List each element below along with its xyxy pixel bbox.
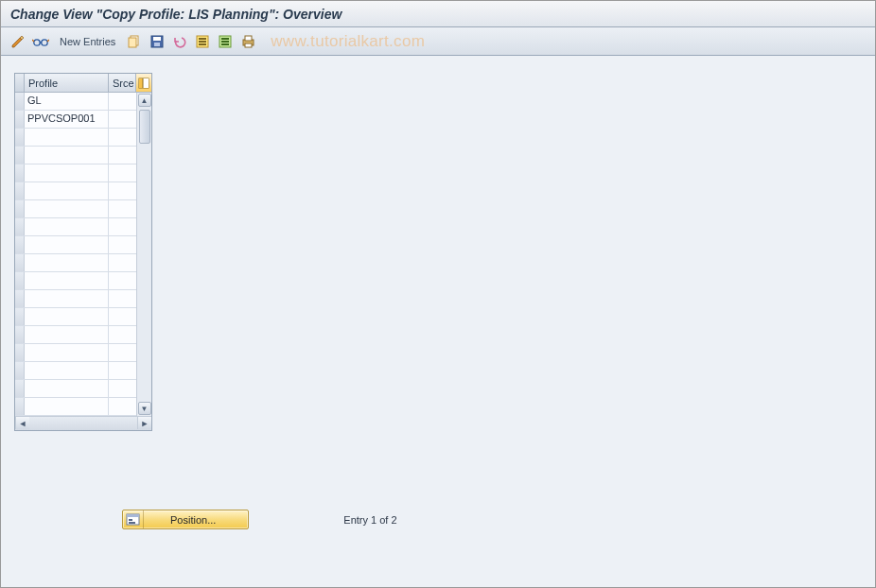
row-selector[interactable] bbox=[15, 308, 25, 325]
table-row[interactable] bbox=[15, 254, 136, 272]
cell-srce[interactable] bbox=[109, 147, 136, 164]
glasses-icon[interactable] bbox=[31, 32, 50, 51]
cell-srce[interactable] bbox=[109, 326, 136, 343]
table-row[interactable] bbox=[15, 200, 136, 218]
cell-profile[interactable] bbox=[25, 308, 109, 325]
cell-srce[interactable] bbox=[109, 182, 136, 199]
save-var-icon[interactable] bbox=[148, 32, 166, 51]
print-icon[interactable] bbox=[238, 32, 257, 51]
cell-profile[interactable] bbox=[25, 290, 109, 307]
application-toolbar: New Entries www.tutorialkart.com bbox=[1, 27, 875, 56]
row-selector[interactable] bbox=[15, 218, 25, 235]
column-profile[interactable]: Profile bbox=[25, 74, 109, 92]
row-selector[interactable] bbox=[15, 290, 25, 307]
change-icon[interactable] bbox=[9, 32, 27, 51]
cell-profile[interactable] bbox=[25, 344, 109, 361]
table-row[interactable]: GL bbox=[15, 93, 136, 111]
row-selector[interactable] bbox=[15, 362, 25, 379]
cell-profile[interactable] bbox=[25, 380, 109, 397]
hscroll-track[interactable] bbox=[29, 417, 137, 430]
table-row[interactable] bbox=[15, 326, 136, 344]
select-all-header[interactable] bbox=[15, 74, 25, 92]
svg-rect-6 bbox=[154, 43, 160, 46]
configure-columns-icon[interactable] bbox=[136, 74, 151, 92]
table-row[interactable] bbox=[15, 362, 136, 380]
table-row[interactable] bbox=[15, 272, 136, 290]
row-selector[interactable] bbox=[15, 111, 25, 128]
cell-srce[interactable] bbox=[109, 398, 136, 415]
profile-grid[interactable]: Profile Srce GLPPVCSOP001 ▲ ▼ ◄ ► bbox=[14, 73, 152, 431]
cell-profile[interactable] bbox=[25, 147, 109, 164]
cell-srce[interactable] bbox=[109, 93, 136, 110]
table-row[interactable] bbox=[15, 344, 136, 362]
vertical-scrollbar[interactable]: ▲ ▼ bbox=[136, 93, 151, 416]
cell-srce[interactable] bbox=[109, 254, 136, 271]
table-row[interactable]: PPVCSOP001 bbox=[15, 111, 136, 129]
cell-srce[interactable] bbox=[109, 218, 136, 235]
cell-srce[interactable] bbox=[109, 111, 136, 128]
cell-profile[interactable]: PPVCSOP001 bbox=[25, 111, 109, 128]
row-selector[interactable] bbox=[15, 147, 25, 164]
cell-profile[interactable] bbox=[25, 129, 109, 146]
row-selector[interactable] bbox=[15, 380, 25, 397]
column-srce[interactable]: Srce bbox=[109, 74, 136, 92]
cell-profile[interactable] bbox=[25, 398, 109, 415]
row-selector[interactable] bbox=[15, 129, 25, 146]
cell-profile[interactable] bbox=[25, 182, 109, 199]
row-selector[interactable] bbox=[15, 164, 25, 182]
svg-rect-14 bbox=[221, 43, 229, 45]
scroll-up-icon[interactable]: ▲ bbox=[138, 94, 151, 107]
table-row[interactable] bbox=[15, 398, 136, 416]
svg-rect-3 bbox=[129, 38, 136, 47]
cell-srce[interactable] bbox=[109, 236, 136, 253]
row-selector[interactable] bbox=[15, 236, 25, 253]
table-row[interactable] bbox=[15, 218, 136, 236]
cell-profile[interactable] bbox=[25, 200, 109, 217]
copy-icon[interactable] bbox=[125, 32, 144, 51]
table-row[interactable] bbox=[15, 164, 136, 182]
table-row[interactable] bbox=[15, 290, 136, 308]
scroll-thumb[interactable] bbox=[139, 110, 150, 144]
scroll-down-icon[interactable]: ▼ bbox=[138, 402, 151, 415]
row-selector[interactable] bbox=[15, 326, 25, 343]
cell-srce[interactable] bbox=[109, 362, 136, 379]
undo-icon[interactable] bbox=[170, 32, 189, 51]
table-row[interactable] bbox=[15, 380, 136, 398]
table-row[interactable] bbox=[15, 147, 136, 164]
cell-srce[interactable] bbox=[109, 272, 136, 289]
cell-srce[interactable] bbox=[109, 308, 136, 325]
cell-profile[interactable] bbox=[25, 254, 109, 271]
scroll-left-icon[interactable]: ◄ bbox=[15, 417, 29, 429]
cell-profile[interactable] bbox=[25, 326, 109, 343]
cell-profile[interactable] bbox=[25, 218, 109, 235]
cell-srce[interactable] bbox=[109, 380, 136, 397]
row-selector[interactable] bbox=[15, 200, 25, 217]
cell-srce[interactable] bbox=[109, 164, 136, 182]
cell-profile[interactable] bbox=[25, 362, 109, 379]
table-row[interactable] bbox=[15, 308, 136, 326]
select-all-icon[interactable] bbox=[193, 32, 212, 51]
row-selector[interactable] bbox=[15, 272, 25, 289]
cell-profile[interactable] bbox=[25, 272, 109, 289]
row-selector[interactable] bbox=[15, 182, 25, 199]
cell-profile[interactable] bbox=[25, 236, 109, 253]
cell-srce[interactable] bbox=[109, 129, 136, 146]
row-selector[interactable] bbox=[15, 254, 25, 271]
row-selector[interactable] bbox=[15, 93, 25, 110]
row-selector[interactable] bbox=[15, 398, 25, 415]
svg-rect-10 bbox=[199, 43, 206, 45]
cell-profile[interactable]: GL bbox=[25, 93, 109, 110]
row-selector[interactable] bbox=[15, 344, 25, 361]
scroll-right-icon[interactable]: ► bbox=[137, 417, 151, 429]
new-entries-button[interactable]: New Entries bbox=[54, 36, 121, 47]
cell-profile[interactable] bbox=[25, 164, 109, 182]
cell-srce[interactable] bbox=[109, 290, 136, 307]
position-button[interactable]: Position... bbox=[122, 510, 249, 529]
horizontal-scrollbar[interactable]: ◄ ► bbox=[15, 416, 151, 430]
table-row[interactable] bbox=[15, 129, 136, 147]
cell-srce[interactable] bbox=[109, 344, 136, 361]
deselect-all-icon[interactable] bbox=[216, 32, 235, 51]
table-row[interactable] bbox=[15, 182, 136, 200]
cell-srce[interactable] bbox=[109, 200, 136, 217]
table-row[interactable] bbox=[15, 236, 136, 254]
